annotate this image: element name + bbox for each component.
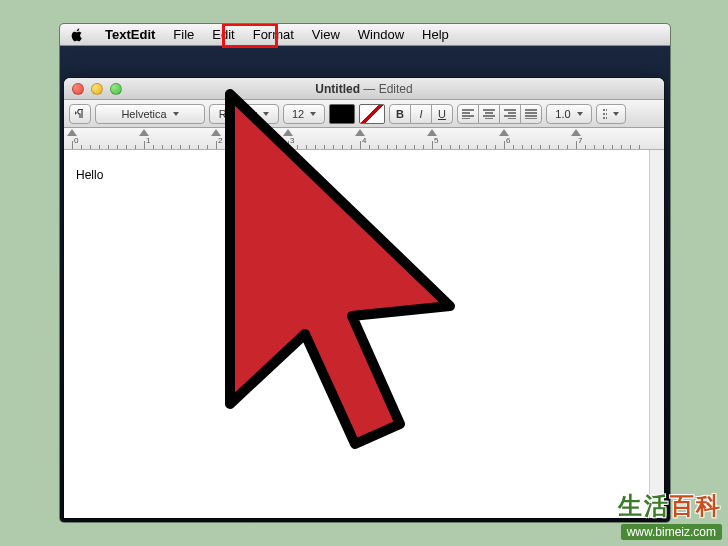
format-toolbar: Helvetica Regular 12 B I U [64,100,664,128]
window-controls [64,83,122,95]
menubar-format[interactable]: Format [244,24,303,46]
font-family-select[interactable]: Helvetica [95,104,205,124]
menubar-window[interactable]: Window [349,24,413,46]
ruler-tick [72,141,73,149]
window-title: Untitled — Edited [64,82,664,96]
apple-menu-icon[interactable] [70,28,84,42]
ruler-tick [144,141,145,149]
watermark-text: 生活百科 [618,490,722,522]
svg-point-0 [603,109,605,111]
ruler-tab-stop-icon[interactable] [139,129,149,136]
ruler-minor-tick [513,145,514,149]
vertical-scrollbar[interactable] [649,150,664,518]
ruler-tick [288,141,289,149]
ruler[interactable]: 01234567 [64,128,664,150]
font-size-select[interactable]: 12 [283,104,325,124]
ruler-minor-tick [81,145,82,149]
ruler-minor-tick [324,145,325,149]
close-button[interactable] [72,83,84,95]
ruler-minor-tick [594,145,595,149]
ruler-tab-stop-icon[interactable] [355,129,365,136]
ruler-minor-tick [243,145,244,149]
ruler-minor-tick [198,145,199,149]
svg-point-1 [603,113,605,115]
ruler-minor-tick [261,145,262,149]
ruler-tick-label: 7 [578,136,582,145]
chevron-down-icon [310,112,316,116]
ruler-tick-label: 6 [506,136,510,145]
ruler-tick [360,141,361,149]
ruler-minor-tick [477,145,478,149]
underline-button[interactable]: U [431,104,453,124]
font-style-select[interactable]: Regular [209,104,279,124]
align-right-button[interactable] [499,104,521,124]
window-title-suffix: — Edited [360,82,413,96]
ruler-tab-stop-icon[interactable] [571,129,581,136]
text-color-well[interactable] [329,104,355,124]
menubar: TextEdit File Edit Format View Window He… [60,24,670,46]
ruler-minor-tick [270,145,271,149]
ruler-minor-tick [297,145,298,149]
ruler-minor-tick [495,145,496,149]
menubar-app-name[interactable]: TextEdit [96,24,164,46]
line-spacing-select[interactable]: 1.0 [546,104,592,124]
align-center-button[interactable] [478,104,500,124]
font-size-value: 12 [292,108,304,120]
ruler-tick [504,141,505,149]
ruler-minor-tick [135,145,136,149]
menubar-edit[interactable]: Edit [203,24,243,46]
watermark-cn1: 生活 [618,492,670,519]
ruler-minor-tick [252,145,253,149]
ruler-minor-tick [531,145,532,149]
ruler-minor-tick [405,145,406,149]
ruler-minor-tick [153,145,154,149]
ruler-minor-tick [423,145,424,149]
window-title-main: Untitled [315,82,360,96]
desktop: TextEdit File Edit Format View Window He… [60,24,670,522]
align-justify-button[interactable] [520,104,542,124]
list-style-select[interactable] [596,104,626,124]
titlebar[interactable]: Untitled — Edited [64,78,664,100]
highlight-color-well[interactable] [359,104,385,124]
svg-point-2 [603,117,605,119]
ruler-minor-tick [234,145,235,149]
ruler-minor-tick [468,145,469,149]
ruler-minor-tick [171,145,172,149]
ruler-minor-tick [558,145,559,149]
ruler-minor-tick [630,145,631,149]
document-editor[interactable]: Hello [64,150,664,518]
paragraph-styles-button[interactable] [69,104,91,124]
ruler-minor-tick [180,145,181,149]
text-style-group: B I U [389,104,453,124]
font-style-value: Regular [219,108,258,120]
ruler-tab-stop-icon[interactable] [211,129,221,136]
zoom-button[interactable] [110,83,122,95]
ruler-minor-tick [414,145,415,149]
ruler-tab-stop-icon[interactable] [427,129,437,136]
align-left-button[interactable] [457,104,479,124]
ruler-minor-tick [612,145,613,149]
italic-button[interactable]: I [410,104,432,124]
ruler-minor-tick [621,145,622,149]
menubar-help[interactable]: Help [413,24,458,46]
ruler-tick [216,141,217,149]
underline-label: U [438,108,446,120]
line-spacing-value: 1.0 [555,108,570,120]
ruler-minor-tick [351,145,352,149]
minimize-button[interactable] [91,83,103,95]
bold-button[interactable]: B [389,104,411,124]
ruler-minor-tick [189,145,190,149]
ruler-minor-tick [486,145,487,149]
menubar-view[interactable]: View [303,24,349,46]
italic-label: I [419,108,422,120]
ruler-tab-stop-icon[interactable] [67,129,77,136]
ruler-minor-tick [450,145,451,149]
ruler-tab-stop-icon[interactable] [283,129,293,136]
ruler-minor-tick [306,145,307,149]
chevron-down-icon [577,112,583,116]
ruler-tab-stop-icon[interactable] [499,129,509,136]
ruler-minor-tick [342,145,343,149]
menubar-file[interactable]: File [164,24,203,46]
document-body-text: Hello [76,168,103,182]
ruler-minor-tick [90,145,91,149]
